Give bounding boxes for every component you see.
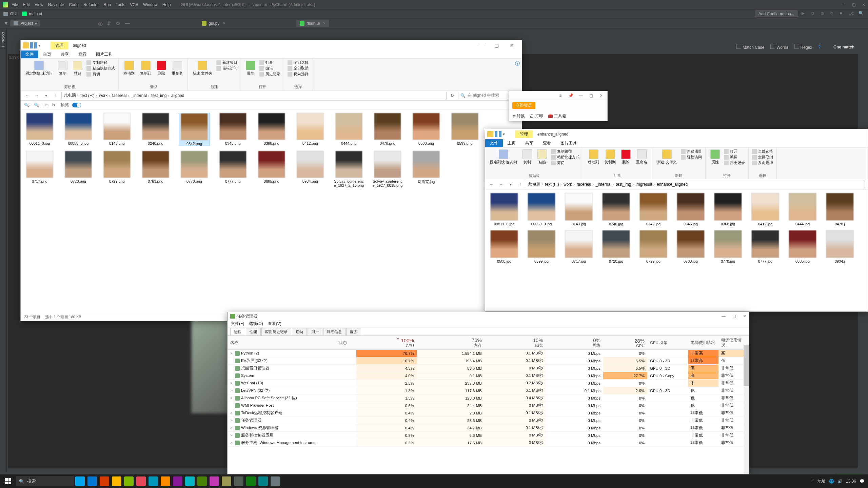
clock[interactable]: 13:36 (846, 479, 856, 484)
file-item[interactable]: 0729.jpg (638, 230, 669, 263)
minimize-icon[interactable]: — (473, 43, 489, 48)
process-row[interactable]: >Windows 资源管理器0.4%34.7 MB0.1 MB/秒0 Mbps0… (228, 424, 749, 432)
new-item-button[interactable]: 新建项目 (216, 60, 237, 65)
ribbon-tab[interactable]: 图片工具 (556, 139, 581, 147)
login-button[interactable]: 立即登录 (512, 102, 535, 109)
taskbar-app-icon[interactable] (124, 476, 134, 486)
path-segment[interactable]: test_img (616, 182, 634, 187)
words-checkbox[interactable]: Words (770, 44, 788, 50)
taskmgr-tab[interactable]: 进程 (230, 328, 245, 336)
undo-icon[interactable] (499, 131, 501, 137)
taskbar-app-icon[interactable] (75, 476, 85, 486)
recent-dropdown-icon[interactable]: ▾ (507, 182, 514, 187)
volume-icon[interactable]: 🔊 (837, 479, 843, 484)
taskmgr-menu-item[interactable]: 选项(O) (249, 321, 263, 327)
path-box[interactable]: 此电脑text (F:)workfacereal_internaltest_im… (61, 92, 447, 99)
menu-window[interactable]: Window (143, 2, 158, 7)
zoom-out-icon[interactable]: 🔍- (24, 103, 31, 107)
back-icon[interactable]: ← (23, 93, 31, 98)
process-row[interactable]: EV录屏 (32 位)10.7%193.4 MB0.1 MB/秒0 Mbps5.… (228, 357, 749, 365)
path-segment[interactable]: enhance_aligned (657, 182, 688, 187)
file-grid[interactable]: 00011_0.jpg00050_0.jpg0143.png0240.png03… (21, 109, 522, 313)
expand-icon[interactable]: ⇵ (107, 20, 113, 26)
file-item[interactable]: 0717.jpg (563, 230, 594, 263)
pin-button[interactable]: 固定到快 速访问 (489, 149, 518, 165)
file-item[interactable]: 0763.png (140, 151, 171, 187)
target-icon[interactable]: ◎ (98, 20, 104, 26)
paste-button[interactable]: 粘贴 (72, 60, 84, 77)
taskbar-app-icon[interactable] (210, 476, 219, 486)
ribbon-context-tab[interactable]: 管理 (51, 42, 68, 49)
ribbon-context-tab[interactable]: 管理 (515, 130, 533, 138)
process-row[interactable]: >服务和控制器应用0.3%6.6 MB0 MB/秒0 Mbps0%非常低非常低 (228, 432, 749, 439)
file-item[interactable]: 0777.png (217, 151, 249, 187)
ribbon-tab[interactable]: 共享 (520, 139, 538, 147)
maximize-icon[interactable]: ▢ (489, 43, 504, 48)
taskmgr-menu-item[interactable]: 文件(F) (231, 321, 244, 327)
path-box[interactable]: 此电脑text (F:)workfacereal_internaltest_im… (526, 181, 865, 188)
file-item[interactable]: 0345.png (217, 113, 249, 146)
gear-icon[interactable]: ⚙ (116, 20, 122, 26)
file-item[interactable]: 00011_0.jpg (489, 193, 520, 226)
taskmgr-tab[interactable]: 服务 (346, 328, 361, 336)
minimize-icon[interactable]: — (842, 2, 846, 7)
file-item[interactable]: 0885.png (256, 151, 287, 187)
taskbar-app-icon[interactable] (136, 476, 146, 486)
taskmgr-menu-item[interactable]: 查看(V) (268, 321, 281, 327)
ide-titlebar[interactable]: FileEditViewNavigateCodeRefactorRunTools… (0, 0, 868, 9)
ribbon-tab[interactable]: 文件 (21, 50, 38, 58)
ribbon-tab[interactable]: 查看 (74, 50, 91, 58)
file-item[interactable]: 0412.png (295, 113, 326, 146)
ribbon-tab[interactable]: 主页 (503, 139, 520, 147)
maximize-icon[interactable]: ▢ (588, 93, 594, 98)
file-item[interactable]: 0934.j (824, 230, 855, 263)
tray-expand-icon[interactable]: ˄ (812, 479, 814, 484)
menu-run[interactable]: Run (103, 2, 111, 7)
taskbar-app-icon[interactable] (222, 476, 231, 486)
menu-refactor[interactable]: Refactor (83, 2, 99, 7)
taskmgr-tab[interactable]: 启动 (292, 328, 307, 336)
process-row[interactable]: >Alibaba PC Safe Service (32 位)1.5%123.3… (228, 394, 749, 402)
editor-tab[interactable]: gui.py× (198, 20, 229, 27)
qat-dropdown-icon[interactable]: ▾ (38, 43, 40, 48)
add-configuration-button[interactable]: Add Configuration... (755, 11, 798, 17)
menu-view[interactable]: View (35, 2, 43, 7)
file-item[interactable]: 0720.png (63, 151, 94, 187)
refresh-icon[interactable]: ↻ (449, 93, 456, 98)
process-row[interactable]: >LetsVPN (32 位)1.8%117.3 MB0.1 MB/秒0.1 M… (228, 387, 749, 394)
file-item[interactable]: 0368.jpg (712, 193, 744, 226)
process-row[interactable]: 桌面窗口管理器4.3%83.5 MB0 MB/秒0 Mbps5.5%GPU 0 … (228, 365, 749, 372)
easy-access-button[interactable]: 轻松访问 (216, 66, 237, 71)
file-item[interactable]: 0342.jpg (638, 193, 669, 226)
print-button[interactable]: 🖨 打印 (530, 113, 543, 119)
file-item[interactable]: 0342.png (179, 113, 210, 146)
path-segment[interactable]: _internal (596, 182, 614, 187)
menu-code[interactable]: Code (69, 2, 79, 7)
tray-region[interactable]: 地址 (817, 479, 826, 484)
menu-vcs[interactable]: VCS (130, 2, 138, 7)
pin-icon[interactable]: 📌 (567, 93, 574, 98)
col-mem[interactable]: 76%内存 (417, 336, 485, 350)
explorer-enhance-aligned[interactable]: ▾ 管理 enhance_aligned 文件主页共享查看图片工具 固定到快 速… (485, 129, 868, 312)
search-icon[interactable]: 🔍 (859, 11, 865, 17)
process-table-wrapper[interactable]: 名称状态˅ 100%CPU76%内存10%磁盘0%网络28%GPUGPU 引擎电… (228, 336, 749, 474)
process-row[interactable]: WMI Provider Host0.6%24.4 MB0 MB/秒0 Mbps… (228, 402, 749, 409)
folder-icon[interactable] (23, 42, 29, 48)
edit-button[interactable]: 编辑 (259, 66, 280, 71)
ide-left-gutter[interactable]: 1: Project (0, 28, 7, 474)
file-item[interactable]: 0500.jpg (489, 230, 520, 263)
paste-button[interactable]: 粘贴 (536, 149, 548, 165)
file-item[interactable]: 0599.jpg (526, 230, 557, 263)
debug-icon[interactable]: ⧉ (811, 11, 817, 17)
path-segment[interactable]: facereal (577, 182, 594, 187)
process-row[interactable]: System4.0%0.1 MB0.1 MB/秒0 Mbps27.7%GPU 0… (228, 372, 749, 380)
process-row[interactable]: >服务主机: Windows Management Instrumen0.3%1… (228, 439, 749, 447)
file-item[interactable]: 0720.jpg (600, 230, 632, 263)
preview-toggle[interactable] (72, 103, 81, 107)
menu-navigate[interactable]: Navigate (48, 2, 64, 7)
taskbar-app-icon[interactable] (173, 476, 182, 486)
select-none-button[interactable]: 全部取消 (288, 66, 309, 71)
col-gpu-engine[interactable]: GPU 引擎 (647, 336, 688, 350)
close-icon[interactable]: ✕ (504, 43, 520, 48)
ribbon-tab[interactable]: 共享 (56, 50, 74, 58)
